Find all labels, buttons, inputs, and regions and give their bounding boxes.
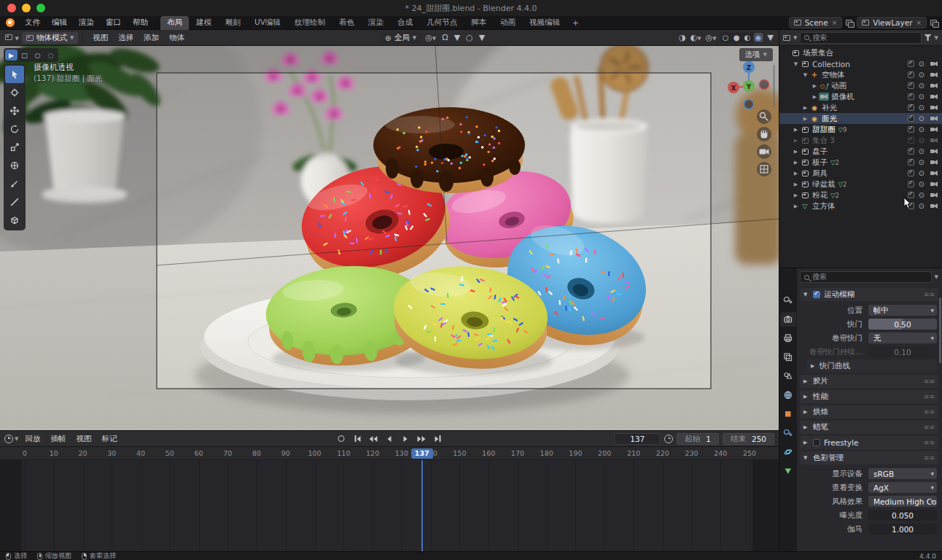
filter-icon[interactable] [925, 34, 932, 41]
workspace-tab-脚本[interactable]: 脚本 [464, 16, 493, 30]
cursor-tool-button[interactable] [5, 84, 24, 101]
property-number[interactable]: 1.000 [868, 524, 937, 534]
disclosure-right-icon[interactable]: ▶ [801, 105, 809, 111]
jump-start-button[interactable] [350, 433, 365, 444]
outliner-row-场景集合[interactable]: 场景集合 [779, 47, 942, 58]
outliner-row-厨具[interactable]: ▶厨具⊙ [779, 168, 942, 179]
use-preview-range-icon[interactable] [664, 435, 673, 443]
modifiers-tab-icon[interactable] [780, 426, 796, 440]
exclude-checkbox[interactable] [908, 181, 914, 187]
add-cube-tool-button[interactable] [5, 211, 24, 229]
property-number[interactable]: 0.10 [868, 346, 937, 357]
panel-header-运动模糊[interactable]: ▼运动模糊≡≡ [800, 288, 938, 301]
options-button[interactable]: 选项▼ [739, 48, 773, 61]
disable-render-icon[interactable] [929, 71, 939, 79]
workspace-tab-雕刻[interactable]: 雕刻 [219, 16, 247, 30]
object-data-tab-icon[interactable] [780, 464, 796, 478]
timeline-menu-3[interactable]: 视图 [71, 433, 96, 445]
jump-end-button[interactable] [430, 433, 445, 444]
hide-viewport-icon[interactable]: ⊙ [919, 104, 925, 112]
unlink-scene-icon[interactable]: × [832, 19, 838, 26]
outliner-row-空物体[interactable]: ▼+空物体⊙ [779, 69, 942, 80]
outliner-row-补光[interactable]: ▶◉补光⊙ [779, 102, 942, 113]
disable-render-icon[interactable] [929, 125, 939, 133]
timeline-tracks-area[interactable] [0, 460, 779, 552]
disable-render-icon[interactable] [929, 191, 939, 199]
disable-render-icon[interactable] [929, 158, 939, 166]
workspace-tab-渲染[interactable]: 渲染 [362, 16, 390, 30]
snap-dropdown-icon[interactable]: ▼ [453, 33, 462, 42]
disable-render-icon[interactable] [929, 147, 939, 155]
measure-tool-button[interactable] [5, 193, 24, 211]
property-dropdown[interactable]: sRGB [868, 468, 937, 479]
scene-tab-icon[interactable] [780, 369, 796, 384]
auto-keying-button[interactable] [334, 433, 349, 444]
property-dropdown[interactable]: AgX [868, 482, 937, 493]
viewport-menu-2[interactable]: 选择 [113, 32, 139, 44]
property-slider[interactable]: 0.50 [868, 319, 937, 330]
workspace-tab-纹理绘制[interactable]: 纹理绘制 [288, 16, 332, 30]
subpanel-header-快门曲线[interactable]: ▶快门曲线 [807, 359, 937, 372]
playhead-label[interactable]: 137 [411, 448, 433, 459]
exclude-checkbox[interactable] [908, 82, 914, 89]
exclude-checkbox[interactable] [908, 137, 914, 144]
exclude-checkbox[interactable] [908, 126, 914, 133]
panel-checkbox[interactable] [813, 291, 820, 298]
snap-magnet-icon[interactable]: Ω [440, 33, 449, 42]
panel-header-Freestyle[interactable]: ▶Freestyle≡≡ [800, 436, 938, 449]
hide-viewport-icon[interactable]: ⊙ [919, 82, 925, 90]
hide-viewport-icon[interactable]: ⊙ [919, 93, 925, 101]
workspace-tab-动画[interactable]: 动画 [494, 16, 522, 30]
scale-tool-button[interactable] [5, 139, 24, 156]
tweak-select-icon[interactable]: ▶ [5, 50, 17, 61]
prev-keyframe-button[interactable] [366, 433, 381, 444]
exclude-checkbox[interactable] [908, 104, 914, 111]
blender-logo-icon[interactable] [4, 18, 16, 27]
exclude-checkbox[interactable] [908, 148, 914, 155]
disclosure-right-icon[interactable]: ▶ [792, 203, 800, 209]
outliner-editor-icon[interactable] [783, 35, 790, 41]
circle-select-icon[interactable]: ○ [31, 50, 44, 61]
exclude-checkbox[interactable] [908, 61, 914, 67]
remove-viewlayer-icon[interactable]: × [916, 19, 922, 26]
panel-grip-icon[interactable]: ≡≡ [924, 393, 935, 400]
disclosure-right-icon[interactable]: ▶ [792, 160, 800, 166]
proportional-dropdown-icon[interactable]: ▼ [478, 33, 486, 42]
close-window-button[interactable] [7, 4, 16, 12]
disclosure-down-icon[interactable]: ▼ [792, 61, 800, 67]
timeline-editor-icon[interactable] [4, 435, 13, 443]
minimize-window-button[interactable] [22, 4, 31, 12]
viewport-menu-1[interactable]: 视图 [87, 32, 113, 44]
rotate-tool-button[interactable] [5, 120, 24, 138]
object-tab-icon[interactable] [780, 407, 796, 421]
disclosure-right-icon[interactable]: ▶ [792, 171, 800, 176]
workspace-tab-合成[interactable]: 合成 [391, 16, 419, 30]
viewport-3d-editor[interactable]: ▼ 物体模式 ▼ 视图选择添加物体 ⊕ 全局 ▼ ◎▼ Ω ▼ ○ ▼ ◑ ◐▼… [0, 30, 779, 430]
viewport-menu-3[interactable]: 添加 [139, 32, 164, 44]
workspace-tab-建模[interactable]: 建模 [190, 16, 218, 30]
disclosure-right-icon[interactable]: ▶ [811, 83, 819, 89]
disclosure-right-icon[interactable]: ▶ [792, 192, 800, 198]
frame-end-field[interactable]: 结束250 [723, 433, 774, 445]
donut-chocolate[interactable] [373, 107, 525, 193]
workspace-tab-着色[interactable]: 着色 [332, 16, 361, 30]
outliner-row-盘子[interactable]: ▶盘子⊙ [779, 146, 942, 157]
timeline-ruler[interactable]: 0102030405060708090100110120130140150160… [0, 447, 779, 460]
pivot-point-icon[interactable]: ◎▼ [424, 33, 437, 42]
exclude-checkbox[interactable] [908, 159, 914, 166]
hide-viewport-icon[interactable]: ⊙ [919, 71, 925, 79]
properties-filter-dropdown[interactable]: ▼ [935, 274, 938, 280]
hide-viewport-icon[interactable]: ⊙ [919, 148, 925, 155]
scene-selector[interactable]: Scene × [789, 17, 843, 28]
panel-grip-icon[interactable]: ≡≡ [924, 454, 935, 462]
gizmos-toggle-icon[interactable]: ◎▼ [704, 33, 718, 42]
outliner-editor[interactable]: ▼ 搜索 ▼ 场景集合▼Collection⊙▼+空物体⊙▶◇ƒ动画⊙▶摄像机⊙… [779, 30, 942, 268]
disable-render-icon[interactable] [929, 136, 939, 144]
viewlayer-selector[interactable]: ViewLayer × [857, 17, 927, 28]
mode-dropdown[interactable]: 物体模式 ▼ [22, 32, 78, 44]
disable-render-icon[interactable] [929, 180, 939, 188]
panel-checkbox[interactable] [813, 439, 820, 446]
proportional-editing-icon[interactable]: ○ [464, 33, 475, 42]
workspace-tab-UV编辑[interactable]: UV编辑 [248, 16, 287, 30]
outliner-row-甜甜圈[interactable]: ▶甜甜圈▽9⊙ [779, 124, 942, 135]
